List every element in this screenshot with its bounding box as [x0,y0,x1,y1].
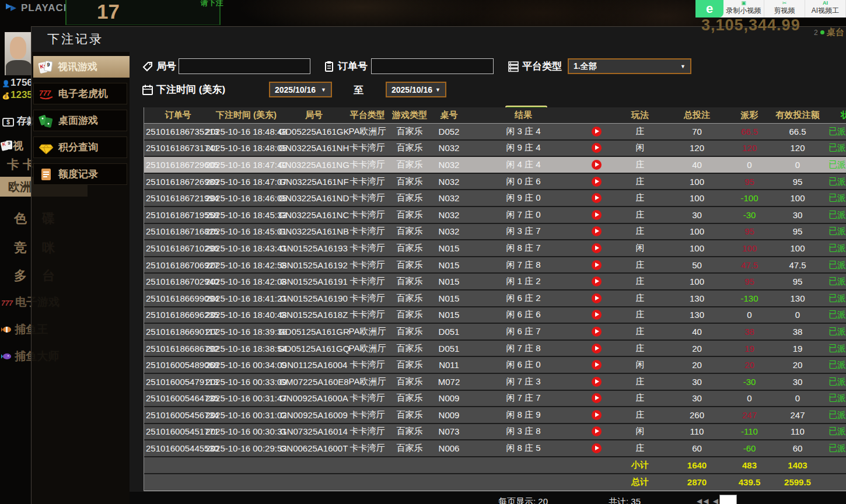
table-row[interactable]: 2510161867269892025-10-16 18:47:07GN0322… [144,174,846,191]
table-row[interactable]: 2510161867195582025-10-16 18:45:33GN0322… [144,207,846,224]
play-icon[interactable] [592,377,602,387]
ai-video-button[interactable]: AI AI视频工 [805,0,846,18]
total-bet: 100 [666,224,728,240]
date-from-select[interactable]: 2025/10/16 ▼ [269,82,332,97]
bet-type: 庄 [614,157,666,173]
play-icon[interactable] [592,127,602,136]
total-bet: 20 [666,341,728,356]
scissors-icon: ✂ [782,1,787,6]
play-icon[interactable] [592,243,602,253]
page-number-input[interactable] [719,495,737,504]
bet-type: 庄 [614,190,666,206]
table-row[interactable]: 2510161867219942025-10-16 18:46:05GN0322… [144,190,846,207]
game-type: 百家乐 [389,374,430,390]
game-type: 百家乐 [389,174,430,190]
round-id: GD05125A161GQ [282,341,345,356]
round-id: GD05225A161GK [282,124,345,139]
play-icon[interactable] [592,344,602,354]
play-icon[interactable] [592,276,602,286]
result: 闲 9 庄 4 [468,141,579,156]
table-row[interactable]: 2510160054890682025-10-16 00:34:09GN0112… [144,357,846,374]
table-row[interactable]: 2510161867069272025-10-16 18:42:58GN0152… [144,257,846,274]
svg-text:777: 777 [39,89,51,97]
play-cell [579,374,614,390]
play-icon[interactable] [592,443,602,453]
play-icon[interactable] [592,393,602,403]
order-id: 251016186719558 [144,207,210,223]
play-icon[interactable] [592,327,602,337]
table-row[interactable]: 2510160054791132025-10-16 00:33:09GM0722… [144,374,846,391]
table-row[interactable]: 2510161867352132025-10-16 18:48:48GD0522… [144,124,846,141]
calendar-icon [142,84,153,96]
table-row[interactable]: 2510161867102962025-10-16 18:43:41GN0152… [144,240,846,257]
result: 闲 6 庄 2 [468,290,579,306]
play-icon[interactable] [592,210,602,220]
play-icon[interactable] [592,160,602,170]
order-number-input[interactable] [371,58,494,74]
table-row[interactable]: 2510161866990942025-10-16 18:41:21GN0152… [144,290,846,307]
table-row[interactable]: 2510161867317412025-10-16 18:48:05GN0322… [144,141,846,158]
round-id: GN07325A16014 [282,424,345,440]
table-row[interactable]: 2510160054567342025-10-16 00:31:02GN0092… [144,407,846,424]
first-page-icon[interactable]: ◀◀ [697,497,709,504]
table-row[interactable]: 2510160054517712025-10-16 00:30:31GN0732… [144,424,846,441]
menu-item-table-games[interactable]: 桌面游戏 [33,110,127,131]
table-row[interactable]: 2510161866867922025-10-16 18:38:54GD0512… [144,341,846,358]
table-badge[interactable]: 2 桌台 [814,27,844,38]
menu-item-video-games[interactable]: K♥ 9 视讯游戏 [33,56,138,78]
play-icon[interactable] [592,260,602,270]
order-id: 251016186735213 [144,124,210,139]
table-row[interactable]: 2510161866901172025-10-16 18:39:36GD0512… [144,324,846,341]
play-icon[interactable] [592,177,602,187]
platform-type-value: 1.全部 [574,61,597,72]
round-number-input[interactable] [179,58,310,74]
recorder-logo-icon[interactable]: e [695,0,723,18]
menu-item-points[interactable]: 积分查询 [33,136,127,158]
total-bet: 130 [666,307,728,323]
result: 闲 3 庄 7 [468,224,579,240]
platform-type-select[interactable]: 1.全部 ▼ [568,58,691,74]
play-icon[interactable] [592,360,602,370]
payout: 47.5 [728,257,771,273]
round-id: GN01525A16192 [282,257,345,273]
play-icon[interactable] [592,193,602,203]
status: 已派彩 [824,174,846,190]
sidebar-item-video[interactable]: K9视 [1,139,23,153]
play-icon[interactable] [592,410,602,420]
table-row[interactable]: 2510161867296052025-10-16 18:47:40GN0322… [144,157,846,174]
clip-video-button[interactable]: ✂ 剪视频 [764,0,805,18]
bet-time: 2025-10-16 00:31:02 [210,407,282,423]
table-row[interactable]: 2510161867029402025-10-16 18:42:08GN0152… [144,274,846,290]
table-row[interactable]: 2510161867168252025-10-16 18:45:01GN0322… [144,224,846,241]
menu-item-quota-records[interactable]: 额度记录 [33,163,127,185]
play-icon[interactable] [592,143,602,153]
date-to-select[interactable]: 2025/10/16 ▼ [386,82,446,97]
order-id: 251016186686792 [144,341,210,356]
prev-page-icon[interactable]: ◀ [713,497,719,504]
platform: PA欧洲厅 [345,374,389,390]
subtotal-row: 小计 1640 483 1403 [144,457,846,474]
platform: 卡卡湾厅 [345,274,389,289]
table-row[interactable]: 2510160054647352025-10-16 00:31:47GN0092… [144,391,846,408]
play-icon[interactable] [592,293,602,303]
platform: 卡卡湾厅 [345,257,389,273]
play-icon[interactable] [592,226,602,236]
play-icon[interactable] [592,426,602,436]
header-status: 状态 [824,107,846,123]
play-icon[interactable] [592,310,602,320]
table-row[interactable]: 2510161866962352025-10-16 18:40:48GN0152… [144,307,846,324]
clownfish-icon [1,326,12,333]
pagination-prev-buttons[interactable]: ◀◀ ◀ [697,497,719,504]
menu-item-slots[interactable]: 777 电子老虎机 [33,83,127,104]
bet-type: 庄 [614,224,666,240]
avatar[interactable] [5,32,32,75]
record-video-button[interactable]: ▣ 录制小视频 [723,0,764,18]
play-cell [579,357,614,373]
table-no: D051 [430,341,468,356]
bet-records-table: 订单号 下注时间 (美东) 局号 平台类型 游戏类型 桌号 结果 玩法 总投注 … [144,107,846,491]
play-cell [579,307,614,323]
bet-type: 庄 [614,257,666,273]
order-id: 251016186726989 [144,174,210,190]
table-row[interactable]: 2510160054455302025-10-16 00:29:53GN0062… [144,440,846,457]
play-cell [579,424,614,440]
